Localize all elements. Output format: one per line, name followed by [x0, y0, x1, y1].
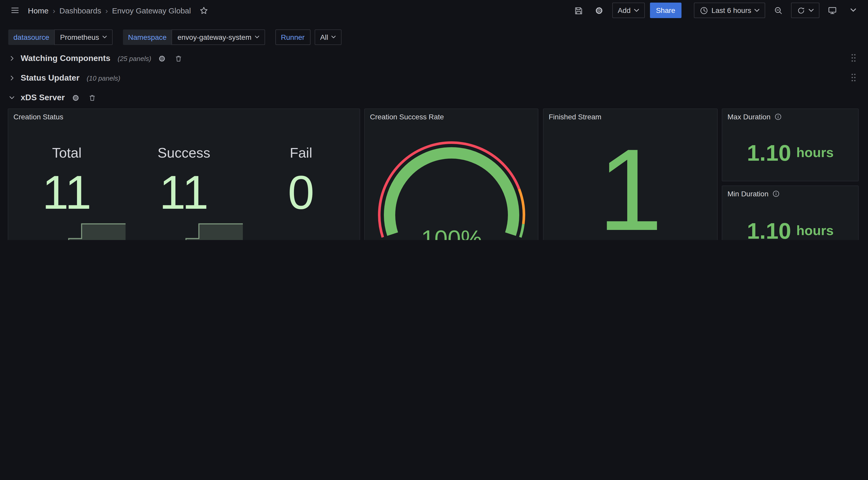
panel-title-text: Creation Status — [13, 113, 63, 121]
variable-select-datasource[interactable]: Prometheus — [55, 29, 113, 45]
panel-finished-stream: Finished Stream 1 — [543, 109, 718, 240]
panel-title-text: Max Duration — [727, 113, 771, 121]
panel-max-duration: Max Duration 1.10 hours — [722, 109, 859, 181]
duration-value: 1.10 — [747, 219, 791, 240]
row-delete-button[interactable] — [87, 92, 98, 103]
dashboard-settings-button[interactable] — [591, 3, 607, 18]
row-drag-handle[interactable] — [850, 53, 857, 65]
variable-label-datasource: datasource — [8, 29, 55, 45]
variable-value-namespace: envoy-gateway-system — [178, 33, 251, 41]
panel-title-creation-success-rate[interactable]: Creation Success Rate — [365, 109, 538, 124]
variable-datasource: datasource Prometheus — [8, 29, 113, 45]
time-range-label: Last 6 hours — [711, 6, 751, 14]
share-button[interactable]: Share — [650, 3, 681, 18]
stat-label: Success — [158, 145, 210, 161]
add-button[interactable]: Add — [612, 3, 645, 18]
chevron-right-icon — [8, 55, 16, 62]
duration-value: 1.10 — [747, 141, 791, 164]
breadcrumb-dashboards[interactable]: Dashboards — [59, 6, 101, 15]
gear-icon — [595, 6, 603, 15]
dashboard-row-xds-server[interactable]: xDS Server — [8, 90, 860, 105]
row-title: Status Updater — [21, 73, 80, 83]
panel-title-min-duration[interactable]: Min Duration — [722, 186, 858, 202]
sparkline-total — [8, 215, 125, 240]
breadcrumb: Home › Dashboards › Envoy Gateway Global — [28, 6, 191, 15]
chevron-right-icon — [8, 74, 16, 82]
breadcrumb-separator: › — [105, 6, 108, 15]
variable-runner: Runner All — [275, 29, 342, 45]
template-variables-bar: datasource Prometheus Namespace envoy-ga… — [8, 29, 342, 45]
toolbar-expand-caret[interactable] — [845, 3, 861, 18]
sparkline-success — [125, 215, 242, 240]
grafana-dashboard-page: Home › Dashboards › Envoy Gateway Global… — [0, 0, 868, 240]
row-settings-button[interactable] — [70, 92, 82, 103]
time-range-picker[interactable]: Last 6 hours — [694, 3, 765, 18]
sparkline-fail — [243, 215, 360, 240]
info-icon[interactable] — [773, 190, 780, 198]
variable-value-runner: All — [320, 33, 328, 41]
duration-unit: hours — [796, 145, 833, 161]
gear-icon — [158, 55, 166, 62]
panel-min-duration: Min Duration 1.10 hours — [722, 185, 859, 240]
variable-select-runner[interactable]: All — [314, 29, 342, 45]
row-panel-count: (25 panels) — [118, 55, 151, 62]
row-panel-count: (10 panels) — [87, 74, 120, 82]
stat-group: Total 11 Success 11 Fail 0 — [8, 124, 360, 240]
finished-stream-value: 1 — [544, 124, 717, 240]
breadcrumb-home[interactable]: Home — [28, 6, 49, 15]
trash-icon — [88, 94, 96, 101]
hamburger-menu-icon — [10, 6, 20, 15]
row-drag-handle[interactable] — [850, 73, 857, 84]
row-settings-button[interactable] — [156, 53, 168, 64]
favorite-star-button[interactable] — [196, 3, 212, 18]
panel-title-max-duration[interactable]: Max Duration — [722, 109, 858, 124]
stat-total: Total 11 — [8, 124, 125, 240]
gauge-value-text: 100% — [421, 226, 482, 240]
menu-toggle-button[interactable] — [7, 3, 23, 18]
add-button-label: Add — [618, 6, 630, 14]
row-title: xDS Server — [21, 93, 65, 102]
time-zoom-out-button[interactable] — [770, 3, 786, 18]
stat-label: Total — [52, 145, 82, 161]
save-icon — [574, 6, 583, 15]
variable-value-datasource: Prometheus — [60, 33, 99, 41]
chevron-down-icon — [809, 8, 814, 12]
breadcrumb-separator: › — [53, 6, 55, 15]
refresh-button[interactable] — [791, 3, 819, 18]
chevron-down-icon — [102, 36, 107, 39]
panel-creation-status: Creation Status Total 11 Success 11 Fail… — [8, 109, 360, 240]
panel-title-finished-stream[interactable]: Finished Stream — [544, 109, 717, 124]
save-dashboard-button[interactable] — [571, 3, 586, 18]
variable-select-namespace[interactable]: envoy-gateway-system — [172, 29, 265, 45]
trash-icon — [175, 55, 182, 62]
panel-title-creation-status[interactable]: Creation Status — [8, 109, 360, 124]
dashboard-row-status-updater[interactable]: Status Updater (10 panels) — [8, 71, 860, 85]
chevron-down-icon — [331, 36, 336, 39]
max-duration-stat: 1.10 hours — [722, 124, 858, 181]
dashboard-row-watching-components[interactable]: Watching Components (25 panels) — [8, 51, 860, 66]
gear-icon — [72, 94, 80, 101]
tv-mode-button[interactable] — [825, 3, 840, 18]
panel-title-text: Min Duration — [727, 190, 769, 198]
row-delete-button[interactable] — [173, 53, 184, 64]
refresh-icon — [797, 6, 805, 15]
gauge-creation-success-rate: 100% — [365, 140, 538, 240]
stat-value: 0 — [288, 169, 314, 216]
stat-fail: Fail 0 — [243, 124, 360, 240]
duration-unit: hours — [796, 223, 833, 239]
share-button-label: Share — [656, 6, 675, 14]
star-icon — [199, 6, 208, 15]
stat-label: Fail — [290, 145, 312, 161]
panel-creation-success-rate: Creation Success Rate 100% — [364, 109, 538, 240]
stat-value: 11 — [42, 169, 91, 216]
stat-value: 11 — [159, 169, 209, 216]
top-navigation-bar: Home › Dashboards › Envoy Gateway Global… — [0, 0, 868, 21]
chevron-down-icon — [850, 8, 856, 12]
stat-success: Success 11 — [125, 124, 242, 240]
chevron-down-icon — [634, 8, 639, 12]
row-title: Watching Components — [21, 54, 110, 63]
breadcrumb-current-dashboard: Envoy Gateway Global — [112, 6, 191, 15]
info-icon[interactable] — [775, 113, 782, 120]
monitor-icon — [828, 6, 837, 15]
variable-label-runner: Runner — [275, 29, 310, 45]
